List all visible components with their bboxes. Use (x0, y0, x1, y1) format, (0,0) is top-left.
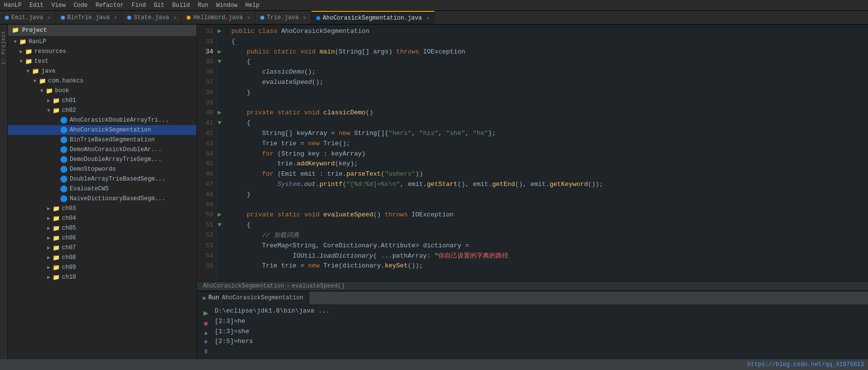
sidebar-tree[interactable]: ▼ 📁 HanLP ▶ 📁 resources ▼ 📁 test ▼ (8, 36, 196, 359)
run-icon: ▶ (203, 308, 208, 318)
code-line-53: TreeMap<String, CoreDictionary.Attribute… (231, 241, 868, 251)
tree-item-hanlp[interactable]: ▼ 📁 HanLP (8, 37, 196, 47)
gutter-run-32[interactable]: ▶ (217, 27, 222, 35)
folder-icon: 📁 (31, 67, 39, 75)
pause-icon: ⏸ (203, 348, 209, 355)
tree-item-test[interactable]: ▼ 📁 test (8, 56, 196, 66)
tab-close-icon[interactable]: ✕ (48, 15, 51, 21)
tree-label: ch02 (62, 107, 76, 114)
code-editor[interactable]: public class AhoCorasickSegmentation { p… (225, 25, 868, 281)
menu-item-refactor[interactable]: Refactor (95, 2, 124, 9)
scroll-up-button[interactable]: ▲ (201, 330, 211, 337)
code-line-34: public static void main(String[] args) t… (231, 47, 868, 57)
tree-item-resources[interactable]: ▶ 📁 resources (8, 47, 196, 56)
code-line-42: String[] keyArray = new String[]{"hers",… (231, 129, 868, 139)
status-url[interactable]: https://blog.csdn.net/qq_41976613 (747, 361, 864, 368)
menu-item-code[interactable]: Code (74, 2, 88, 9)
tree-label: ch01 (62, 97, 76, 104)
code-line-52: // 加载词典 (231, 231, 868, 241)
menu-item-window[interactable]: Window (216, 2, 237, 9)
line-num: 43 (197, 139, 213, 149)
gutter-run-34[interactable]: ▶ (217, 48, 222, 55)
tab-dot (127, 16, 131, 20)
run-button[interactable]: ▶ (201, 308, 211, 318)
output-line-2: [1:3]=she (215, 327, 864, 337)
tab-close-icon[interactable]: ✕ (303, 15, 306, 21)
tree-arrow: ▼ (18, 59, 25, 64)
tree-item-demostopwords[interactable]: DemoStopwords (8, 164, 196, 174)
menu-item-help[interactable]: Help (245, 2, 259, 9)
folder-icon: 📁 (19, 38, 27, 46)
tree-item-ch04[interactable]: ▶ 📁 ch04 (8, 213, 196, 223)
tree-item-ch07[interactable]: ▶ 📁 ch07 (8, 243, 196, 253)
pause-button[interactable]: ⏸ (201, 348, 211, 355)
line-num: 39 (197, 98, 213, 108)
tab-state-java[interactable]: State.java ✕ (122, 11, 182, 24)
tree-arrow: ▶ (45, 274, 52, 280)
tree-item-ch01[interactable]: ▶ 📁 ch01 (8, 96, 196, 106)
structure-label: 1: Project (1, 30, 6, 65)
tab-bintrie-java[interactable]: BinTrie.java ✕ (56, 11, 122, 24)
tree-item-ch05[interactable]: ▶ 📁 ch05 (8, 223, 196, 233)
tree-item-ch03[interactable]: ▶ 📁 ch03 (8, 204, 196, 213)
tree-item-ch09[interactable]: ▶ 📁 ch09 (8, 263, 196, 272)
menu-item-run[interactable]: Run (198, 2, 209, 9)
line-numbers: 32 33 34 35 36 37 38 39 40 41 42 43 44 4… (197, 25, 217, 281)
gutter-run-50[interactable]: ▶ (217, 211, 222, 218)
tree-item-naivedictionary[interactable]: NaiveDictionaryBasedSegm... (8, 194, 196, 204)
tree-label: DemoStopwords (70, 166, 116, 173)
breadcrumb-bar: AhoCorasickSegmentation › evaluateSpeed(… (197, 281, 868, 291)
line-num: 40 (197, 108, 213, 118)
stop-button[interactable]: ■ (201, 320, 211, 328)
code-line-41: { (231, 118, 868, 129)
folder-icon: 📁 (25, 48, 32, 55)
tree-label: com.hankcs (48, 78, 84, 84)
menu-item-build[interactable]: Build (172, 2, 190, 9)
folder-icon: 📁 (25, 57, 32, 65)
tab-dot (187, 16, 191, 20)
tree-item-evaluatecws[interactable]: EvaluateCWS (8, 184, 196, 194)
tree-item-bintrieseg[interactable]: BinTrieBasedSegmentation (8, 135, 196, 145)
tab-close-icon[interactable]: ✕ (426, 15, 429, 21)
editor-content[interactable]: 32 33 34 35 36 37 38 39 40 41 42 43 44 4… (197, 25, 868, 281)
gutter-fold-35[interactable]: ▼ (217, 58, 222, 65)
tree-item-com-hankcs[interactable]: ▼ 📁 com.hankcs (8, 76, 196, 86)
menu-item-find[interactable]: Find (132, 2, 146, 9)
folder-icon: 📁 (52, 254, 60, 262)
java-class-icon (60, 146, 68, 154)
gutter-run-40[interactable]: ▶ (217, 109, 222, 116)
tree-label: ch07 (62, 244, 76, 251)
tree-item-ch08[interactable]: ▶ 📁 ch08 (8, 253, 196, 263)
tree-item-book[interactable]: ▼ 📁 book (8, 86, 196, 96)
tree-item-ch10[interactable]: ▶ 📁 ch10 (8, 272, 196, 282)
tree-item-ch02[interactable]: ▼ 📁 ch02 (8, 106, 196, 115)
tree-item-doublearraytriebased[interactable]: DoubleArrayTrieBasedSegm... (8, 174, 196, 184)
sidebar-title: Project (22, 27, 47, 34)
menu-item-view[interactable]: View (52, 2, 66, 9)
status-right: https://blog.csdn.net/qq_41976613 (747, 361, 864, 368)
tab-emit-java[interactable]: Emit.java ✕ (0, 11, 56, 24)
gutter-fold-51[interactable]: ▼ (217, 221, 222, 229)
tree-item-demodoublearray[interactable]: DemoDoubleArrayTrieSegm... (8, 155, 196, 164)
menu-item-hanlp[interactable]: HanLP (4, 2, 22, 9)
tab-dot (61, 16, 65, 20)
tree-arrow: ▶ (45, 245, 52, 251)
tab-ahocorasick-java[interactable]: AhoCorasickSegmentation.java ✕ (311, 11, 435, 24)
tree-item-ahodoublearraytrie[interactable]: AhoCorasickDoubleArrayTri... (8, 115, 196, 125)
tree-item-ch06[interactable]: ▶ 📁 ch06 (8, 233, 196, 243)
tab-close-icon[interactable]: ✕ (247, 15, 250, 21)
tab-close-icon[interactable]: ✕ (173, 15, 176, 21)
tab-trie-java[interactable]: Trie.java ✕ (255, 11, 311, 24)
tab-label: HelloWord.java (193, 14, 243, 21)
gutter-fold-41[interactable]: ▼ (217, 119, 222, 127)
bottom-tab-run[interactable]: ▶ Run AhoCorasickSegmentation (197, 291, 309, 304)
tab-close-icon[interactable]: ✕ (114, 15, 117, 21)
tab-helloword-java[interactable]: HelloWord.java ✕ (182, 11, 255, 24)
scroll-down-button[interactable]: ▼ (201, 339, 211, 346)
tree-arrow (53, 177, 60, 182)
tree-item-java[interactable]: ▼ 📁 java (8, 66, 196, 76)
tree-item-demoaho[interactable]: DemoAhoCorasickDoubleAr... (8, 145, 196, 155)
menu-item-edit[interactable]: Edit (29, 2, 44, 9)
menu-item-git[interactable]: Git (154, 2, 165, 9)
tree-item-ahosegmentation[interactable]: AhoCorasickSegmentation (8, 125, 196, 135)
